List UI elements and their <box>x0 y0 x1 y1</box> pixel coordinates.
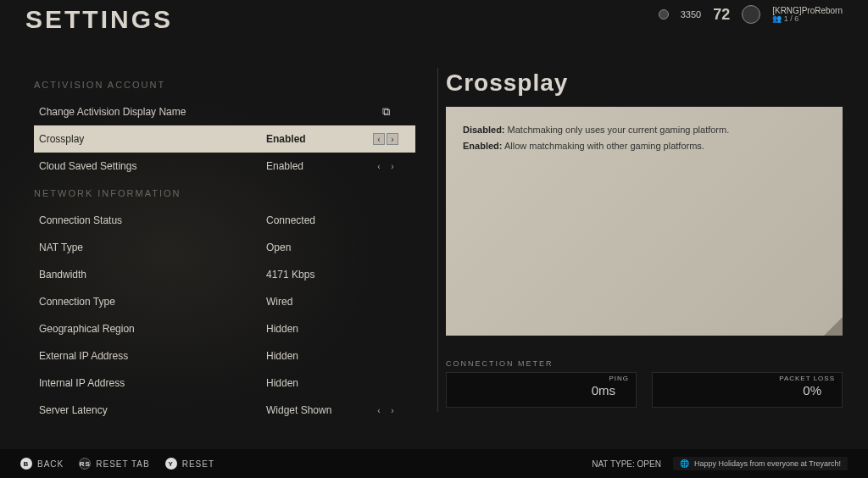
detail-title: Crossplay <box>446 69 843 97</box>
chevron-left-icon[interactable]: ‹ <box>373 133 385 145</box>
row-cloud-saved-settings[interactable]: Cloud Saved Settings Enabled ‹ › <box>34 153 415 180</box>
currency-icon <box>659 9 669 19</box>
chevron-left-icon[interactable]: ‹ <box>373 160 385 172</box>
row-connection-status: Connection Status Connected <box>34 207 415 234</box>
chevron-left-icon[interactable]: ‹ <box>373 404 385 416</box>
detail-card: Disabled: Matchmaking only uses your cur… <box>446 107 843 336</box>
reset-button[interactable]: YRESET <box>165 458 214 470</box>
reset-tab-button[interactable]: RSRESET TAB <box>79 458 149 470</box>
player-stats: 3350 72 [KRNG]ProReborn 👥 1 / 6 <box>659 5 843 24</box>
row-geographical-region: Geographical Region Hidden <box>34 315 415 342</box>
vertical-divider <box>437 68 438 412</box>
back-button[interactable]: BBACK <box>20 458 64 470</box>
footer-bar: BBACK RSRESET TAB YRESET NAT TYPE: OPEN … <box>0 449 868 478</box>
footer-nat-type: NAT TYPE: OPEN <box>592 459 661 469</box>
row-crossplay[interactable]: Crossplay Enabled ‹ › <box>34 125 415 153</box>
party-count: 👥 1 / 6 <box>772 15 843 24</box>
section-network-information: NETWORK INFORMATION <box>34 188 415 198</box>
player-name: [KRNG]ProReborn <box>772 6 843 15</box>
packet-loss-meter: PACKET LOSS 0% <box>652 372 843 408</box>
row-nat-type: NAT Type Open <box>34 234 415 261</box>
avatar <box>742 5 760 24</box>
row-bandwidth: Bandwidth 4171 Kbps <box>34 261 415 288</box>
connection-meter-title: CONNECTION METER <box>446 359 843 368</box>
row-external-ip: External IP Address Hidden <box>34 342 415 370</box>
row-server-latency[interactable]: Server Latency Widget Shown ‹ › <box>34 397 415 424</box>
row-change-display-name[interactable]: Change Activision Display Name ⧉ <box>34 98 415 125</box>
chevron-right-icon[interactable]: › <box>387 404 398 416</box>
row-internal-ip: Internal IP Address Hidden <box>34 370 415 397</box>
row-connection-type: Connection Type Wired <box>34 288 415 315</box>
currency-amount: 3350 <box>681 9 701 19</box>
chevron-right-icon[interactable]: › <box>387 133 398 145</box>
ping-meter: PING 0ms <box>446 372 637 408</box>
settings-list: ACTIVISION ACCOUNT Change Activision Dis… <box>0 58 415 463</box>
globe-icon: 🌐 <box>680 459 689 468</box>
section-activision-account: ACTIVISION ACCOUNT <box>34 80 415 90</box>
chevron-right-icon[interactable]: › <box>387 160 398 172</box>
news-ticker: 🌐 Happy Holidays from everyone at Treyar… <box>673 457 848 470</box>
player-level: 72 <box>713 6 730 24</box>
external-link-icon: ⧉ <box>382 105 390 119</box>
